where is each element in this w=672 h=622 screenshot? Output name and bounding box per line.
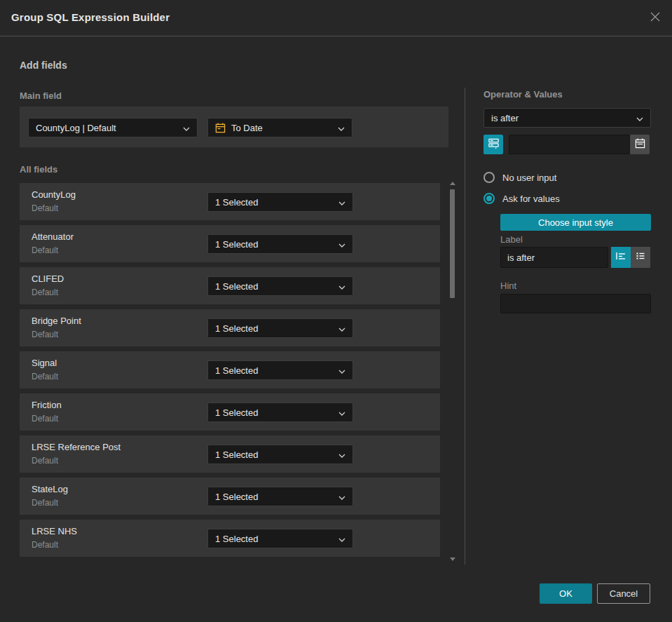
main-field-date-value: To Date bbox=[231, 123, 334, 133]
textbox-style-icon bbox=[615, 250, 626, 264]
field-row: CountyLog Default 1 Selected bbox=[20, 183, 440, 220]
input-style-toggle-group bbox=[611, 247, 650, 268]
hint-input[interactable] bbox=[500, 294, 651, 313]
field-subtitle: Default bbox=[32, 203, 58, 213]
radio-icon bbox=[484, 172, 495, 183]
operator-select-value: is after bbox=[491, 113, 632, 123]
value-input[interactable] bbox=[509, 135, 630, 154]
close-icon bbox=[650, 11, 661, 25]
field-subtitle: Default bbox=[32, 372, 58, 381]
operator-select[interactable]: is after bbox=[484, 108, 651, 128]
field-selected-value: 1 Selected bbox=[215, 492, 334, 502]
field-subtitle: Default bbox=[32, 245, 58, 255]
field-subtitle: Default bbox=[32, 330, 58, 339]
field-row: CLIFED Default 1 Selected bbox=[20, 267, 440, 304]
field-name: LRSE Reference Post bbox=[32, 442, 121, 452]
field-name: LRSE NHS bbox=[32, 526, 77, 536]
main-field-heading: Main field bbox=[20, 90, 62, 101]
chevron-down-icon bbox=[338, 281, 345, 292]
field-selected-dropdown[interactable]: 1 Selected bbox=[207, 403, 353, 422]
chevron-down-icon bbox=[338, 239, 345, 250]
field-subtitle: Default bbox=[32, 288, 58, 297]
add-fields-heading: Add fields bbox=[20, 60, 67, 71]
chevron-down-icon bbox=[338, 492, 345, 502]
chevron-down-icon bbox=[338, 534, 345, 544]
field-subtitle: Default bbox=[32, 456, 58, 466]
operator-values-heading: Operator & Values bbox=[484, 89, 563, 100]
scrollbar-down-arrow-icon[interactable] bbox=[450, 557, 455, 561]
all-fields-list: CountyLog Default 1 Selected Attenuator … bbox=[20, 183, 440, 562]
field-selected-value: 1 Selected bbox=[215, 534, 334, 544]
list-style-icon bbox=[635, 250, 646, 264]
field-subtitle: Default bbox=[32, 540, 58, 550]
field-name: CountyLog bbox=[32, 189, 76, 200]
close-button[interactable] bbox=[648, 11, 662, 25]
field-row: LRSE Reference Post Default 1 Selected bbox=[20, 435, 440, 473]
main-field-select[interactable]: CountyLog | Default bbox=[28, 118, 198, 137]
field-name: Bridge Point bbox=[32, 316, 81, 326]
chevron-down-icon bbox=[338, 123, 345, 133]
main-field-date-select[interactable]: To Date bbox=[207, 118, 352, 137]
chevron-down-icon bbox=[338, 365, 345, 376]
unique-values-button[interactable] bbox=[484, 135, 503, 154]
field-selected-value: 1 Selected bbox=[215, 365, 334, 376]
field-selected-dropdown[interactable]: 1 Selected bbox=[207, 445, 353, 464]
field-row: StateLog Default 1 Selected bbox=[20, 478, 440, 515]
field-row: LRSE NHS Default 1 Selected bbox=[20, 520, 440, 557]
field-subtitle: Default bbox=[32, 498, 58, 508]
date-picker-button[interactable] bbox=[630, 135, 650, 154]
calendar-picker-icon bbox=[635, 138, 645, 151]
field-name: Friction bbox=[32, 400, 62, 410]
ok-button[interactable]: OK bbox=[540, 583, 592, 604]
field-row: Bridge Point Default 1 Selected bbox=[20, 309, 440, 346]
main-field-container: CountyLog | Default To Date bbox=[20, 107, 448, 147]
radio-selected-icon bbox=[484, 193, 495, 204]
field-selected-dropdown[interactable]: 1 Selected bbox=[207, 234, 353, 254]
choose-input-style-button[interactable]: Choose input style bbox=[500, 214, 651, 231]
label-input[interactable] bbox=[500, 247, 608, 268]
panel-divider bbox=[465, 88, 465, 564]
field-selected-dropdown[interactable]: 1 Selected bbox=[207, 529, 353, 548]
field-selected-value: 1 Selected bbox=[215, 197, 334, 208]
radio-no-user-input[interactable]: No user input bbox=[484, 172, 556, 183]
list-style-button[interactable] bbox=[631, 247, 650, 268]
cancel-button[interactable]: Cancel bbox=[597, 583, 650, 604]
field-selected-dropdown[interactable]: 1 Selected bbox=[207, 487, 353, 506]
field-row: Attenuator Default 1 Selected bbox=[20, 225, 440, 262]
field-selected-dropdown[interactable]: 1 Selected bbox=[207, 318, 353, 338]
field-selected-value: 1 Selected bbox=[215, 323, 334, 334]
calendar-icon bbox=[215, 123, 226, 133]
field-selected-value: 1 Selected bbox=[215, 407, 334, 418]
label-label: Label bbox=[500, 234, 523, 245]
chevron-down-icon bbox=[636, 113, 643, 123]
field-selected-dropdown[interactable]: 1 Selected bbox=[207, 192, 353, 212]
chevron-down-icon bbox=[338, 449, 345, 460]
field-name: CLIFED bbox=[32, 273, 64, 284]
field-selected-value: 1 Selected bbox=[215, 449, 334, 460]
radio-ask-for-values[interactable]: Ask for values bbox=[484, 193, 560, 204]
scrollbar-up-arrow-icon[interactable] bbox=[450, 182, 455, 185]
textbox-style-button[interactable] bbox=[611, 247, 631, 268]
chevron-down-icon bbox=[338, 197, 345, 208]
unique-values-icon bbox=[488, 137, 500, 152]
main-field-select-value: CountyLog | Default bbox=[36, 123, 179, 133]
field-name: StateLog bbox=[32, 484, 68, 494]
scrollbar-thumb[interactable] bbox=[450, 189, 455, 298]
hint-label: Hint bbox=[500, 280, 516, 291]
chevron-down-icon bbox=[338, 323, 345, 334]
field-selected-value: 1 Selected bbox=[215, 281, 334, 292]
chevron-down-icon bbox=[338, 407, 345, 418]
dialog-title: Group SQL Expression Builder bbox=[11, 11, 170, 23]
dialog-header: Group SQL Expression Builder bbox=[0, 0, 672, 36]
list-scrollbar[interactable] bbox=[449, 180, 455, 562]
radio-ask-for-values-label: Ask for values bbox=[502, 194, 560, 204]
field-selected-value: 1 Selected bbox=[215, 239, 334, 250]
field-selected-dropdown[interactable]: 1 Selected bbox=[207, 276, 353, 296]
radio-no-user-input-label: No user input bbox=[502, 173, 556, 183]
field-subtitle: Default bbox=[32, 414, 58, 424]
field-row: Friction Default 1 Selected bbox=[20, 393, 440, 431]
chevron-down-icon bbox=[183, 123, 190, 133]
field-selected-dropdown[interactable]: 1 Selected bbox=[207, 360, 353, 380]
field-name: Attenuator bbox=[32, 231, 74, 242]
all-fields-heading: All fields bbox=[20, 164, 57, 175]
